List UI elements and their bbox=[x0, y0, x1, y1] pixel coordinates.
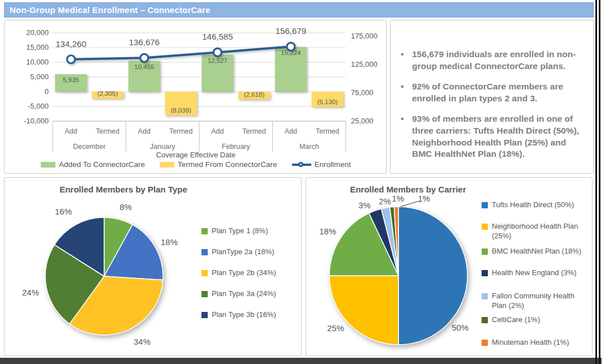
window-edge-line bbox=[595, 0, 597, 364]
legend-swatch-icon bbox=[201, 312, 208, 318]
legend-swatch-icon bbox=[482, 270, 488, 276]
legend-label: Plan Type 3a (24%) bbox=[212, 289, 276, 299]
bullet-icon: • bbox=[401, 81, 412, 104]
bullet-item: • 156,679 individuals are enrolled in no… bbox=[401, 49, 585, 72]
month-label: December bbox=[73, 143, 106, 151]
legend-label: Neighborhood Health Plan (25%) bbox=[492, 222, 587, 241]
legend-item: Plan Type 3b (16%) bbox=[201, 310, 276, 320]
legend-item: Plan Type 3a (24%) bbox=[201, 289, 276, 299]
pie-percent-label: 3% bbox=[358, 200, 371, 210]
sub-category-label: Add bbox=[285, 127, 297, 135]
right-axis-tick-label: 175,000 bbox=[351, 32, 377, 40]
legend-label: Termed From ConnectorCare bbox=[178, 160, 277, 169]
left-axis-tick-label: 0 bbox=[45, 87, 49, 96]
summary-bullet-list: • 156,679 individuals are enrolled in no… bbox=[391, 20, 593, 169]
bar-data-label: 12,527 bbox=[208, 57, 228, 64]
legend-label: Minuteman Health (1%) bbox=[492, 338, 587, 348]
bar-data-label: (8,039) bbox=[170, 107, 191, 114]
bottom-border-strip bbox=[0, 358, 602, 364]
legend-label: Added To ConnectorCare bbox=[59, 160, 145, 169]
bar-data-label: (2,618) bbox=[244, 91, 265, 98]
legend-item: PlanType 2a (18%) bbox=[201, 247, 276, 257]
legend-item: CeltiCare (1%) bbox=[482, 315, 587, 325]
left-axis-tick-label: 20,000 bbox=[26, 28, 49, 37]
termed-swatch-icon bbox=[160, 162, 174, 168]
legend-swatch-icon bbox=[201, 270, 208, 276]
legend-label: Plan Type 2b (34%) bbox=[212, 268, 276, 278]
month-label: March bbox=[299, 143, 319, 151]
bullet-icon: • bbox=[401, 113, 412, 160]
enrollment-marker bbox=[67, 55, 75, 63]
bar-data-label: 5,935 bbox=[63, 76, 79, 83]
pie-percent-label: 18% bbox=[161, 237, 178, 247]
legend-swatch-icon bbox=[482, 202, 488, 208]
enrollment-data-label: 146,585 bbox=[202, 32, 233, 41]
sub-category-label: Add bbox=[138, 127, 151, 135]
bar-data-label: 10,455 bbox=[134, 63, 154, 70]
bullet-text: 156,679 individuals are enrolled in non-… bbox=[412, 49, 585, 72]
legend-item-added: Added To ConnectorCare bbox=[41, 160, 145, 169]
plan-type-pie-panel: Enrolled Members by Plan Type 8%18%34%24… bbox=[4, 177, 302, 356]
legend-item: Fallon Community Health Plan (2%) bbox=[482, 292, 587, 311]
added-swatch-icon bbox=[41, 162, 55, 168]
legend-item-enrollment: Enrollment bbox=[292, 160, 351, 169]
x-axis-title: Coverage Effective Date bbox=[5, 151, 387, 159]
legend-item: Plan Type 1 (8%) bbox=[201, 226, 276, 236]
carrier-pie-panel: Enrolled Members by Carrier 50%25%18%3%2… bbox=[306, 177, 593, 356]
legend-label: CeltiCare (1%) bbox=[492, 315, 587, 325]
enrollment-marker bbox=[213, 48, 221, 56]
legend-item: Tufts Health Direct (50%) bbox=[482, 200, 587, 210]
legend-label: BMC HealthNet Plan (18%) bbox=[492, 247, 587, 256]
pie-percent-label: 1% bbox=[418, 194, 430, 203]
pie-group bbox=[45, 217, 163, 335]
legend-swatch-icon bbox=[482, 293, 488, 299]
left-axis-tick-label: 5,000 bbox=[30, 72, 49, 81]
legend-swatch-icon bbox=[201, 228, 208, 234]
legend-label: Health New England (3%) bbox=[492, 268, 587, 278]
pie-percent-label: 50% bbox=[452, 323, 469, 332]
pie-percent-label: 2% bbox=[379, 196, 391, 206]
legend-item: Minuteman Health (1%) bbox=[482, 338, 587, 348]
legend-label: Fallon Community Health Plan (2%) bbox=[492, 292, 587, 311]
carrier-pie-chart: 50%25%18%3%2%1%1% bbox=[306, 178, 482, 356]
enrollment-data-label: 156,679 bbox=[276, 26, 306, 36]
legend-item: Plan Type 2b (34%) bbox=[201, 268, 276, 278]
pie-percent-label: 25% bbox=[327, 323, 344, 333]
legend-swatch-icon bbox=[482, 249, 488, 255]
pie-percent-label: 1% bbox=[392, 194, 404, 203]
bullet-icon: • bbox=[401, 49, 412, 72]
enrollment-chart-panel: 20,00015,00010,0005,0000-5,000-10,000175… bbox=[4, 20, 387, 174]
right-axis-tick-label: 125,000 bbox=[351, 60, 377, 68]
legend-label: Enrollment bbox=[315, 160, 351, 169]
sub-category-label: Add bbox=[211, 127, 224, 135]
page-title: Non-Group Medical Enrollment – Connector… bbox=[10, 5, 211, 15]
bar-data-label: (5,130) bbox=[317, 99, 338, 105]
enrollment-combo-chart: 20,00015,00010,0005,0000-5,000-10,000175… bbox=[5, 20, 387, 159]
legend-item: Health New England (3%) bbox=[482, 268, 587, 278]
legend-label: Tufts Health Direct (50%) bbox=[492, 200, 587, 210]
month-label: January bbox=[150, 143, 175, 151]
enrollment-chart-legend: Added To ConnectorCare Termed From Conne… bbox=[5, 160, 387, 169]
legend-item: Neighborhood Health Plan (25%) bbox=[482, 222, 587, 241]
sub-category-label: Termed bbox=[316, 127, 340, 135]
bullet-text: 92% of ConnectorCare members are enrolle… bbox=[412, 81, 585, 104]
marker-glyph bbox=[298, 162, 303, 167]
legend-label: PlanType 2a (18%) bbox=[212, 247, 274, 257]
legend-swatch-icon bbox=[201, 249, 208, 255]
bullet-item: • 92% of ConnectorCare members are enrol… bbox=[401, 81, 585, 104]
bullet-item: • 93% of members are enrolled in one of … bbox=[401, 113, 585, 160]
pie-percent-label: 16% bbox=[55, 207, 72, 216]
right-axis-tick-label: 75,000 bbox=[351, 88, 374, 97]
legend-label: Plan Type 3b (16%) bbox=[212, 310, 276, 320]
legend-swatch-icon bbox=[201, 291, 208, 297]
bullet-text: 93% of members are enrolled in one of th… bbox=[412, 113, 585, 160]
legend-swatch-icon bbox=[482, 224, 488, 230]
bars-group bbox=[55, 47, 343, 115]
legend-swatch-icon bbox=[482, 340, 488, 346]
legend-item-termed: Termed From ConnectorCare bbox=[160, 160, 277, 169]
title-bar: Non-Group Medical Enrollment – Connector… bbox=[4, 2, 594, 18]
sub-category-label: Termed bbox=[169, 127, 193, 135]
month-label: February bbox=[222, 143, 251, 151]
pie-percent-label: 8% bbox=[119, 202, 132, 212]
enrollment-data-label: 136,676 bbox=[129, 37, 160, 47]
